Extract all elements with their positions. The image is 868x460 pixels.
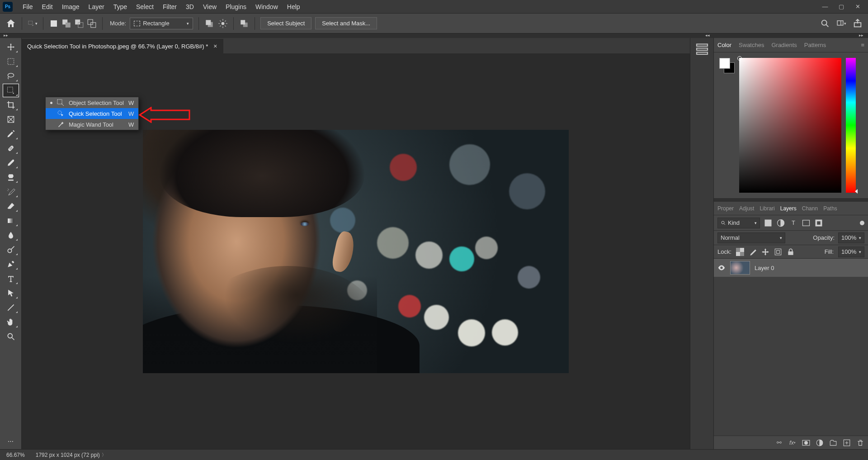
eraser-tool[interactable] — [3, 200, 19, 213]
home-icon[interactable] — [5, 18, 16, 29]
settings-icon[interactable] — [218, 19, 228, 28]
lock-position-icon[interactable] — [761, 248, 769, 256]
filter-pixel-icon[interactable] — [764, 218, 773, 228]
hand-tool[interactable] — [3, 316, 19, 328]
foreground-color-swatch[interactable] — [719, 58, 730, 69]
object-selection-tool[interactable] — [3, 84, 19, 97]
tab-libraries[interactable]: Librari — [760, 205, 774, 212]
subtract-selection-icon[interactable] — [74, 19, 84, 28]
lock-artboard-icon[interactable] — [774, 248, 782, 256]
eyedropper-tool[interactable] — [3, 128, 19, 140]
hue-slider[interactable] — [846, 58, 856, 193]
menu-layer[interactable]: Layer — [84, 1, 109, 12]
share-icon[interactable] — [853, 19, 863, 28]
gradient-tool[interactable] — [3, 214, 19, 227]
select-and-mask-button[interactable]: Select and Mask... — [315, 17, 377, 29]
pen-tool[interactable] — [3, 258, 19, 270]
lasso-tool[interactable] — [3, 70, 19, 82]
fill-input[interactable]: 100%▾ — [838, 247, 864, 257]
history-panel-icon[interactable] — [694, 42, 710, 56]
document-dimensions[interactable]: 1792 px x 1024 px (72 ppi) — [36, 452, 100, 458]
tab-paths[interactable]: Paths — [823, 205, 837, 212]
filter-type-icon[interactable]: T — [789, 218, 798, 228]
delete-layer-icon[interactable] — [856, 439, 864, 447]
link-layers-icon[interactable]: ⚯ — [775, 439, 783, 447]
blur-tool[interactable] — [3, 229, 19, 242]
filter-adjustment-icon[interactable] — [776, 218, 785, 228]
object-finder-icon[interactable] — [239, 19, 249, 28]
menu-image[interactable]: Image — [57, 1, 84, 12]
blend-mode-select[interactable]: Normal▾ — [717, 232, 785, 243]
zoom-tool[interactable] — [3, 330, 19, 343]
tab-gradients[interactable]: Gradients — [771, 42, 797, 48]
dodge-tool[interactable] — [3, 243, 19, 256]
tab-patterns[interactable]: Patterns — [804, 42, 826, 48]
layer-fx-icon[interactable]: fx▾ — [788, 439, 797, 447]
zoom-level[interactable]: 66.67% — [6, 452, 25, 458]
panel-menu-icon[interactable]: ≡ — [861, 42, 864, 48]
color-picker-field[interactable] — [739, 58, 841, 193]
lock-all-icon[interactable] — [787, 248, 795, 256]
visibility-eye-icon[interactable] — [717, 264, 726, 272]
menu-file[interactable]: File — [18, 1, 38, 12]
select-subject-button[interactable]: Select Subject — [260, 17, 311, 29]
filter-toggle[interactable] — [860, 221, 864, 225]
lock-transparency-icon[interactable] — [736, 248, 744, 256]
healing-tool[interactable] — [3, 142, 19, 155]
flyout-magic-wand[interactable]: Magic Wand Tool W — [46, 119, 138, 130]
menu-edit[interactable]: Edit — [38, 1, 57, 12]
tab-swatches[interactable]: Swatches — [739, 42, 764, 48]
workspace-switcher-icon[interactable]: ▾ — [836, 19, 846, 28]
line-tool[interactable] — [3, 301, 19, 314]
menu-type[interactable]: Type — [109, 1, 132, 12]
flyout-quick-selection[interactable]: Quick Selection Tool W — [46, 108, 138, 119]
crop-tool[interactable] — [3, 99, 19, 111]
move-tool[interactable] — [3, 41, 19, 53]
document-tab[interactable]: Quick Selection Tool in Photoshop.jpeg @… — [22, 39, 223, 53]
opacity-input[interactable]: 100%▾ — [838, 232, 864, 243]
menu-view[interactable]: View — [198, 1, 221, 12]
chevron-icon[interactable]: ▸▸ — [859, 33, 863, 38]
layer-group-icon[interactable] — [829, 439, 837, 447]
layer-thumbnail[interactable] — [730, 261, 750, 275]
type-tool[interactable] — [3, 272, 19, 285]
menu-select[interactable]: Select — [132, 1, 158, 12]
mode-select[interactable]: Rectangle ▾ — [130, 18, 193, 29]
tool-preset-picker[interactable]: ▾ — [28, 19, 38, 28]
brush-tool[interactable] — [3, 156, 19, 169]
lock-image-icon[interactable] — [749, 248, 757, 256]
minimize-button[interactable]: — — [821, 3, 829, 11]
edit-toolbar-icon[interactable]: ⋯ — [3, 435, 19, 447]
sample-all-layers-icon[interactable] — [204, 19, 214, 28]
flyout-object-selection[interactable]: Object Selection Tool W — [46, 97, 138, 108]
layer-row[interactable]: Layer 0 — [714, 259, 868, 277]
layer-mask-icon[interactable] — [802, 439, 810, 447]
menu-3d[interactable]: 3D — [181, 1, 198, 12]
canvas[interactable] — [143, 130, 569, 373]
fg-bg-swatch[interactable] — [719, 58, 735, 73]
search-icon[interactable] — [820, 19, 830, 28]
close-window-button[interactable]: ✕ — [854, 3, 862, 11]
clone-stamp-tool[interactable] — [3, 171, 19, 184]
filter-shape-icon[interactable] — [802, 218, 811, 228]
tab-color[interactable]: Color — [717, 42, 731, 48]
layer-kind-filter[interactable]: Kind ▾ — [717, 218, 760, 228]
tab-properties[interactable]: Proper — [717, 205, 734, 212]
tab-layers[interactable]: Layers — [780, 205, 797, 212]
layer-name[interactable]: Layer 0 — [755, 265, 774, 271]
menu-help[interactable]: Help — [283, 1, 305, 12]
chevron-icon[interactable]: ◂◂ — [705, 33, 710, 38]
close-tab-icon[interactable]: × — [212, 43, 218, 50]
adjustment-layer-icon[interactable] — [816, 439, 824, 447]
menu-plugins[interactable]: Plugins — [221, 1, 251, 12]
menu-filter[interactable]: Filter — [158, 1, 181, 12]
menu-window[interactable]: Window — [251, 1, 283, 12]
new-layer-icon[interactable] — [843, 439, 851, 447]
maximize-button[interactable]: ▢ — [837, 3, 845, 11]
frame-tool[interactable] — [3, 113, 19, 126]
path-selection-tool[interactable] — [3, 287, 19, 299]
add-selection-icon[interactable] — [61, 19, 71, 28]
intersect-selection-icon[interactable] — [87, 19, 97, 28]
tab-channels[interactable]: Chann — [802, 205, 818, 212]
marquee-tool[interactable] — [3, 55, 19, 68]
